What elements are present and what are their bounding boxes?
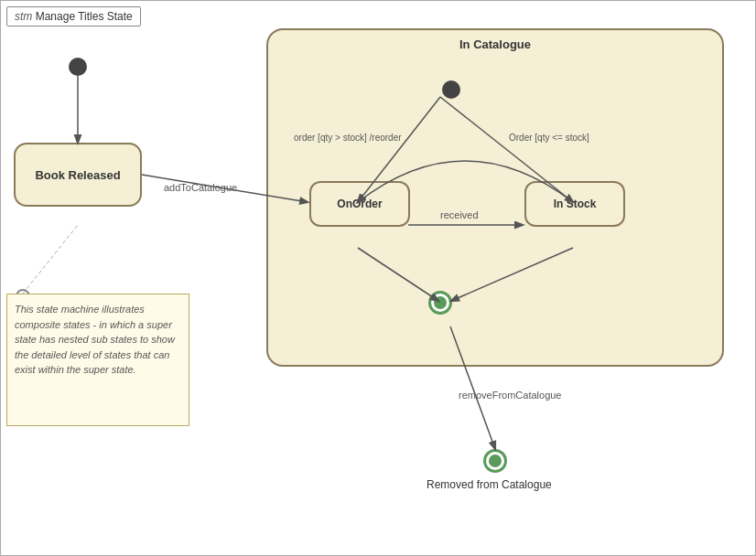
note-text: This state machine illustrates composite… bbox=[15, 304, 175, 375]
stm-prefix: stm bbox=[15, 10, 32, 23]
svg-text:removeFromCatalogue: removeFromCatalogue bbox=[459, 390, 562, 401]
main-initial-state bbox=[69, 58, 87, 76]
book-released-state: Book Released bbox=[14, 143, 142, 207]
diagram-container: stm Manage Titles State Book Released In… bbox=[0, 0, 756, 556]
diagram-title: Manage Titles State bbox=[36, 10, 133, 23]
note-box: This state machine illustrates composite… bbox=[6, 294, 189, 426]
in-stock-state: In Stock bbox=[524, 181, 625, 227]
svg-text:addToCatalogue: addToCatalogue bbox=[164, 182, 237, 193]
removed-label: Removed from Catalogue bbox=[427, 478, 552, 491]
removed-end-state bbox=[483, 449, 507, 473]
title-box: stm Manage Titles State bbox=[6, 6, 141, 27]
svg-line-13 bbox=[23, 225, 78, 294]
in-catalogue-super-state: In Catalogue OnOrder In Stock bbox=[266, 28, 724, 367]
super-end-state bbox=[428, 291, 452, 315]
super-state-label: In Catalogue bbox=[268, 37, 722, 51]
super-initial-state bbox=[442, 80, 460, 99]
on-order-state: OnOrder bbox=[309, 181, 410, 227]
